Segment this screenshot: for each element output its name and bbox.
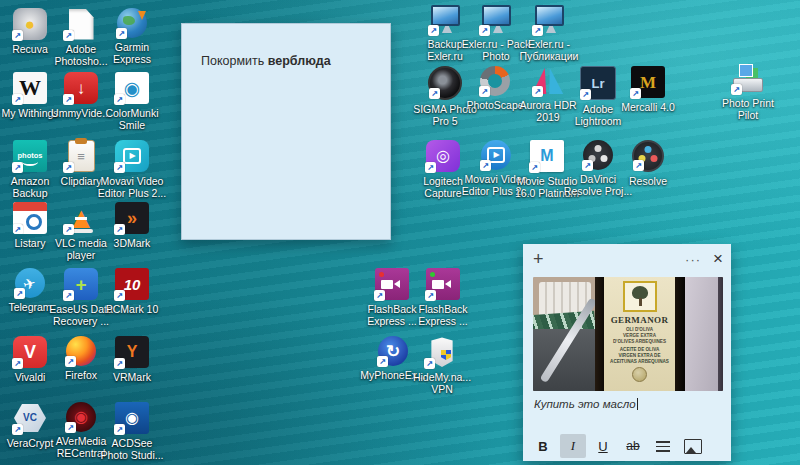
desktop-icon-photo-print-pilot[interactable]: ↗ Photo Print Pilot [710, 64, 786, 122]
text-cursor [637, 398, 638, 410]
underline-button[interactable]: U [590, 434, 616, 458]
capture-lens-icon: ◎↗ [426, 140, 460, 172]
shortcut-arrow-icon: ↗ [63, 224, 74, 235]
sticky-note-oil[interactable]: + ··· × GERMANOR OLI D'OLIVA VERGE EXTRA… [523, 244, 731, 461]
desktop-icon-3dmark[interactable]: »↗ 3DMark [94, 202, 170, 249]
shortcut-arrow-icon: ↗ [480, 160, 491, 171]
new-note-button[interactable]: + [533, 249, 544, 270]
pcmark-icon: 10↗ [115, 268, 149, 300]
icon-label: HideMy.na... VPN [404, 371, 480, 396]
desktop-icon-mercalli[interactable]: M↗ Mercalli 4.0 [610, 66, 686, 113]
shortcut-arrow-icon: ↗ [428, 25, 439, 36]
download-icon: ↓↗ [64, 72, 98, 104]
shortcut-arrow-icon: ↗ [12, 162, 23, 173]
note-photo-olive-oil[interactable]: GERMANOR OLI D'OLIVA VERGE EXTRA D'OLIVE… [533, 277, 723, 391]
desktop-icon-resolve[interactable]: ↗ Resolve [610, 140, 686, 187]
note-toolbar: B I U ab [523, 431, 731, 461]
shortcut-arrow-icon: ↗ [116, 28, 127, 39]
bullet-list-icon [656, 441, 670, 452]
shortcut-arrow-icon: ↗ [65, 422, 76, 433]
icon-label: VRMark [94, 371, 170, 383]
shortcut-arrow-icon: ↗ [114, 358, 125, 369]
globe-icon: ↗ [117, 8, 147, 38]
close-button[interactable]: × [713, 249, 723, 269]
shortcut-arrow-icon: ↗ [63, 290, 74, 301]
insert-image-button[interactable] [680, 434, 706, 458]
bold-button[interactable]: B [530, 434, 556, 458]
icon-label: FlashBack Express ... [405, 303, 481, 328]
shortcut-arrow-icon: ↗ [532, 25, 543, 36]
recuva-icon: ●↗ [13, 8, 47, 40]
monitor-sync-icon: ↗ [429, 5, 461, 35]
shortcut-arrow-icon: ↗ [532, 86, 543, 97]
shortcut-arrow-icon: ↗ [424, 358, 435, 369]
shortcut-arrow-icon: ↗ [425, 162, 436, 173]
record-dot-icon [379, 272, 384, 277]
icon-label: Mercalli 4.0 [610, 101, 686, 113]
video-camera-icon: ▶↗ [481, 140, 511, 170]
shortcut-arrow-icon: ↗ [63, 30, 74, 41]
note-text-area[interactable]: Покормить верблюда [182, 24, 390, 68]
desktop-icon-acdsee[interactable]: ◉↗ ACDSee Photo Studi... [94, 402, 170, 462]
mercalli-icon: M↗ [631, 66, 665, 98]
movie-studio-icon: M↗ [530, 140, 564, 172]
shortcut-arrow-icon: ↗ [114, 94, 125, 105]
image-icon [684, 439, 702, 454]
colormunki-icon: ◉↗ [115, 72, 149, 104]
withings-icon: W↗ [13, 72, 47, 104]
shortcut-arrow-icon: ↗ [479, 86, 490, 97]
bottle-seal-icon [632, 367, 647, 382]
shortcut-arrow-icon: ↗ [114, 224, 125, 235]
3dmark-icon: »↗ [115, 202, 149, 234]
desktop-icon-flashback-express-2[interactable]: ↗ FlashBack Express ... [405, 268, 481, 328]
play-dot-icon [430, 272, 435, 277]
desktop-icon-pcmark-10[interactable]: 10↗ PCMark 10 [94, 268, 170, 315]
strikethrough-button[interactable]: ab [620, 434, 646, 458]
monitor-sync-icon: ↗ [533, 5, 565, 35]
desktop-icon-vrmark[interactable]: Y↗ VRMark [94, 336, 170, 383]
paper-plane-icon: ✈↗ [15, 268, 45, 298]
menu-button[interactable]: ··· [685, 252, 701, 267]
icon-label: Garmin Express [94, 41, 170, 66]
icon-label: Movavi Video Editor Plus 2... [94, 175, 170, 200]
shortcut-arrow-icon: ↗ [63, 162, 74, 173]
bottle-label-text-spanish: ACEITE DE OLIVA VIRGEN EXTRA DE ACEITUNA… [610, 347, 669, 365]
shortcut-arrow-icon: ↗ [12, 30, 23, 41]
shortcut-arrow-icon: ↗ [14, 288, 25, 299]
shortcut-arrow-icon: ↗ [377, 356, 388, 367]
desktop-icon-movavi-video-editor[interactable]: ▶↗ Movavi Video Editor Plus 2... [94, 140, 170, 200]
search-window-icon: ↗ [13, 202, 47, 234]
bottle-label-text-catalan: OLI D'OLIVA VERGE EXTRA D'OLIVES ARBEQUI… [613, 327, 666, 345]
printer-icon: ↗ [732, 64, 764, 94]
amazon-photos-icon: photos↗ [13, 140, 47, 172]
shortcut-arrow-icon: ↗ [580, 89, 591, 100]
record-icon: ◉↗ [66, 402, 96, 432]
desktop-icon-exler-publications[interactable]: ↗ Exler.ru - Публикации [511, 5, 587, 63]
shortcut-arrow-icon: ↗ [12, 94, 23, 105]
icon-label: ColorMunki Smile [94, 107, 170, 132]
desktop-icon-garmin-express[interactable]: ↗ Garmin Express [94, 8, 170, 66]
desktop-icon-colormunki-smile[interactable]: ◉↗ ColorMunki Smile [94, 72, 170, 132]
photo-doorframe [718, 277, 723, 391]
shortcut-arrow-icon: ↗ [114, 162, 125, 173]
ring-icon: ↗ [480, 66, 510, 96]
icon-label: Exler.ru - Публикации [511, 38, 587, 63]
vivaldi-icon: V↗ [13, 336, 47, 368]
desktop-icon-hidemyname-vpn[interactable]: ↗ HideMy.na... VPN [404, 336, 480, 396]
note-text-area[interactable]: Купить это масло [534, 398, 638, 410]
italic-button[interactable]: I [560, 434, 586, 458]
movie-camera-icon: ↗ [375, 268, 409, 300]
shortcut-arrow-icon: ↗ [12, 358, 23, 369]
shortcut-arrow-icon: ↗ [12, 424, 23, 435]
icon-label: 3DMark [94, 237, 170, 249]
olive-tree-emblem-icon [623, 281, 657, 312]
bullet-list-button[interactable] [650, 434, 676, 458]
video-camera-icon: ▶↗ [115, 140, 149, 172]
icon-label: PCMark 10 [94, 303, 170, 315]
monitor-sync-icon: ↗ [480, 5, 512, 35]
note-text-bold: верблюда [268, 54, 331, 68]
sticky-note-camel[interactable]: Покормить верблюда [181, 23, 391, 240]
shortcut-arrow-icon: ↗ [63, 94, 74, 105]
note-text-regular: Покормить [201, 54, 268, 68]
shortcut-arrow-icon: ↗ [479, 25, 490, 36]
